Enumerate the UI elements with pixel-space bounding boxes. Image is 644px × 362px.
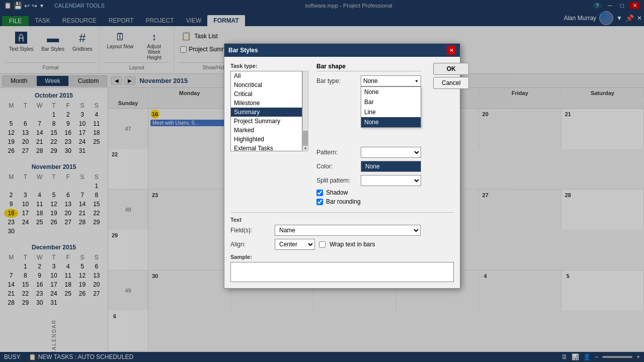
dialog-left: Task type: All Noncritical Critical Mile… [230, 63, 308, 207]
dialog-two-col: Task type: All Noncritical Critical Mile… [230, 63, 454, 207]
type-highlighted[interactable]: Highlighted [231, 135, 302, 144]
sample-label: Sample: [230, 254, 454, 260]
task-list-scroll-thumb [303, 131, 308, 146]
text-section: Text Field(s): Name Align: Center Wrap t… [230, 212, 454, 250]
task-type-section-label: Task type: [230, 63, 308, 69]
bar-type-dropdown-arrow: ▼ [415, 79, 419, 83]
bar-type-selected-value: None [363, 77, 378, 84]
type-noncritical[interactable]: Noncritical [231, 80, 302, 89]
pattern-row: Pattern: [316, 147, 421, 158]
bar-type-option-line[interactable]: Line [361, 107, 421, 117]
dialog-buttons: OK Cancel [433, 63, 469, 207]
color-select[interactable]: None [361, 161, 421, 172]
bar-rounding-row: Bar rounding [316, 198, 421, 205]
wrap-text-checkbox[interactable] [319, 241, 326, 248]
dialog-right: Bar shape Bar type: None ▼ None Bar [316, 63, 421, 207]
task-type-list: All Noncritical Critical Milestone Summa… [230, 71, 302, 151]
task-list-scroll-down[interactable]: ▼ [303, 146, 308, 151]
color-label: Color: [316, 163, 357, 170]
task-type-list-container: All Noncritical Critical Milestone Summa… [230, 71, 308, 151]
type-marked[interactable]: Marked [231, 126, 302, 135]
dialog-close-btn[interactable]: ✕ [447, 46, 456, 55]
cancel-button[interactable]: Cancel [433, 77, 469, 89]
sample-section: Sample: [230, 254, 454, 282]
align-select[interactable]: Center [275, 239, 315, 250]
split-pattern-row: Split pattern: [316, 175, 421, 186]
wrap-text-label: Wrap text in bars [330, 241, 375, 248]
align-row: Align: Center Wrap text in bars [230, 239, 454, 250]
bar-type-option-bar[interactable]: Bar [361, 97, 421, 107]
shadow-checkbox[interactable] [316, 190, 323, 196]
bar-type-dropdown-menu: None Bar Line None [361, 86, 421, 128]
bar-type-option-none-1[interactable]: None [361, 87, 421, 97]
task-list-scrollbar[interactable]: ▼ [302, 71, 308, 151]
bar-type-dropdown-trigger[interactable]: None ▼ [361, 75, 421, 86]
bar-styles-dialog: Bar Styles ✕ Task type: All Noncritical … [224, 43, 460, 289]
bar-rounding-checkbox[interactable] [316, 199, 323, 205]
bar-type-label: Bar type: [316, 77, 357, 84]
align-label: Align: [230, 241, 271, 248]
type-summary[interactable]: Summary [231, 108, 302, 117]
type-all[interactable]: All [231, 71, 302, 80]
type-milestone[interactable]: Milestone [231, 99, 302, 108]
shadow-row: Shadow [316, 189, 421, 196]
split-pattern-label: Split pattern: [316, 177, 357, 184]
bar-rounding-label: Bar rounding [326, 198, 361, 205]
text-section-label: Text [230, 217, 454, 223]
fields-select[interactable]: Name [275, 225, 421, 236]
split-pattern-select[interactable] [361, 175, 421, 186]
type-critical[interactable]: Critical [231, 89, 302, 99]
fields-label: Field(s): [230, 227, 271, 234]
type-external-tasks[interactable]: External Tasks [231, 144, 302, 151]
bar-type-option-none-2[interactable]: None [361, 117, 421, 127]
fields-row: Field(s): Name [230, 225, 454, 236]
color-row: Color: None [316, 161, 421, 172]
bar-shape-label: Bar shape [316, 63, 421, 71]
bar-type-row: Bar type: None ▼ None Bar Line None [316, 75, 421, 86]
sample-box [230, 262, 454, 282]
dialog-body: Task type: All Noncritical Critical Mile… [224, 57, 460, 288]
dialog-title: Bar Styles [228, 47, 258, 54]
bar-type-dropdown-container: None ▼ None Bar Line None [361, 75, 421, 86]
pattern-select[interactable] [361, 147, 421, 158]
pattern-label: Pattern: [316, 149, 357, 156]
ok-button[interactable]: OK [433, 63, 469, 75]
shadow-label: Shadow [326, 189, 348, 196]
type-project-summary[interactable]: Project Summary [231, 117, 302, 126]
dialog-overlay: Bar Styles ✕ Task type: All Noncritical … [0, 0, 644, 362]
dialog-title-bar: Bar Styles ✕ [224, 44, 460, 57]
